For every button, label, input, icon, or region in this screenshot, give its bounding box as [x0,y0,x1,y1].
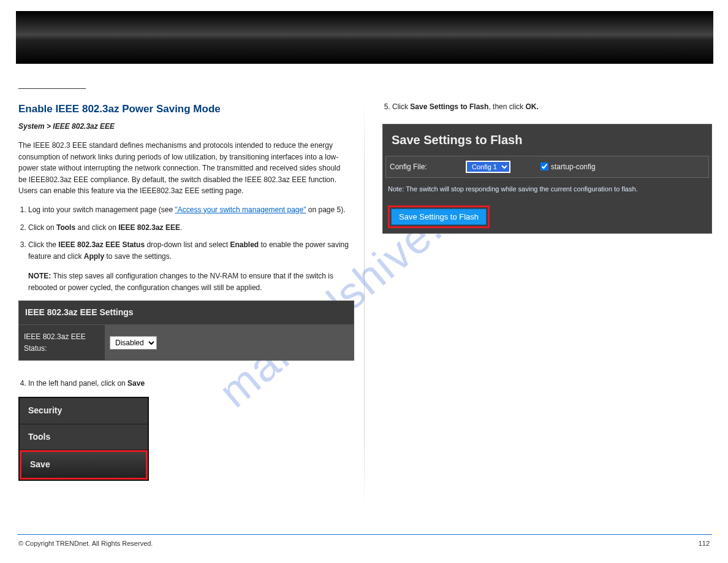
right-column: Click Save Settings to Flash, then click… [382,101,712,234]
step-4: In the left hand panel, click on Save [28,378,349,389]
footer-copyright: © Copyright TRENDnet. All Rights Reserve… [18,540,153,547]
sidebar-item-tools[interactable]: Tools [20,424,148,451]
save-flash-button-highlight: Save Settings to Flash [388,205,490,228]
header-left-title: TRENDnet User's Guide [18,77,130,88]
underline [18,88,86,89]
step-3: Click the IEEE 802.3az EEE Status drop-d… [28,239,349,293]
sidebar-nav-panel: Security Tools Save [18,397,149,481]
left-column: Enable IEEE 802.3az Power Saving Mode Sy… [18,101,349,481]
save-flash-panel: Save Settings to Flash Config File: Conf… [382,124,712,234]
startup-config-label: startup-config [551,161,596,173]
breadcrumb-path: System > IEEE 802.3az EEE [18,121,349,132]
config-file-label: Config File: [386,156,463,178]
eee-status-select[interactable]: Disabled [110,336,157,350]
save-flash-note: Note: The switch will stop responding wh… [383,178,711,201]
note-label: NOTE: [28,272,51,280]
sidebar-item-security[interactable]: Security [20,398,148,424]
step-5: Click Save Settings to Flash, then click… [392,101,712,113]
eee-settings-panel: IEEE 802.3az EEE Settings IEEE 802.3az E… [18,301,354,361]
footer-page-number: 112 [699,540,710,547]
startup-config-checkbox[interactable] [540,163,548,170]
section-title: Enable IEEE 802.3az Power Saving Mode [18,101,349,117]
access-link[interactable]: "Access your switch management page" [175,205,306,214]
eee-status-label: IEEE 802.3az EEE Status: [19,325,105,360]
save-flash-header: Save Settings to Flash [383,124,711,156]
save-flash-button[interactable]: Save Settings to Flash [391,209,487,225]
sidebar-item-save[interactable]: Save [20,450,148,480]
note-text: This step saves all configuration change… [28,272,333,292]
column-divider [364,98,365,509]
top-banner [16,11,713,64]
step-2: Click on Tools and click on IEEE 802.3az… [28,222,349,234]
step-1: Log into your switch management page (se… [28,204,349,216]
config-file-select[interactable]: Config 1 [466,161,510,173]
header-right-title: Managed Industrial Switch [521,77,645,88]
intro-paragraph: The IEEE 802.3 EEE standard defines mech… [18,140,349,197]
footer-divider [17,534,712,535]
eee-panel-header: IEEE 802.3az EEE Settings [19,301,354,325]
